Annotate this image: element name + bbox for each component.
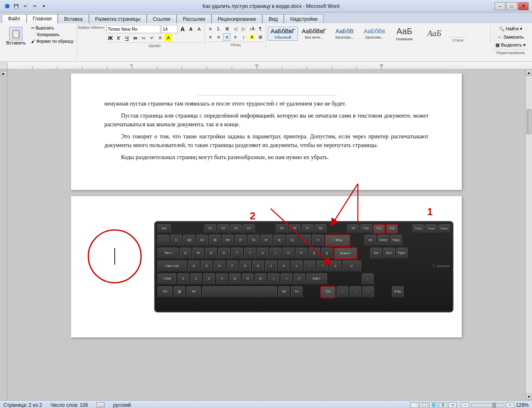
key-minus[interactable]: -_ [299,235,311,246]
key-insert[interactable]: Ins [365,235,376,246]
align-left-button[interactable]: ≡ [207,33,214,41]
spell-check-icon[interactable]: 📖 [96,402,105,408]
key-9[interactable]: 9( [273,235,285,246]
print-layout-view-button[interactable]: 📄 [410,402,419,408]
undo-icon[interactable]: ↩ [22,2,29,10]
key-f5[interactable]: F5 [276,224,288,233]
key-a[interactable]: A [188,261,200,272]
key-3[interactable]: 3# [196,235,208,246]
key-0[interactable]: 0) [286,235,298,246]
key-c[interactable]: C [203,273,215,285]
key-backslash[interactable]: \| [330,261,341,272]
font-shrink-button[interactable]: A [187,25,195,33]
shading-button[interactable]: A [248,33,256,41]
key-tab[interactable]: Tab⇥ [158,248,178,259]
select-button[interactable]: ▦ Выделить ▾ [493,41,529,49]
font-size-input[interactable] [161,25,178,33]
key-quote[interactable]: '" [317,261,328,272]
key-end[interactable]: End [383,248,395,259]
scroll-up-button[interactable]: ▲ [526,69,532,76]
scroll-area[interactable]: ........................................… [7,69,525,400]
highlight-button[interactable]: A [165,34,172,42]
paste-button[interactable]: 📋 Вставить [3,25,29,47]
line-spacing-button[interactable]: ↕ [240,33,247,41]
key-u[interactable]: U [257,248,268,259]
key-tilde[interactable]: `~ [158,235,169,246]
key-lbracket[interactable]: [{ [308,248,320,259]
key-shift-right[interactable]: Shift⇧ [306,273,327,285]
key-z[interactable]: Z [177,273,189,285]
key-f10[interactable]: F10 [360,224,372,233]
copy-button[interactable]: 📄 Копировать [30,32,75,38]
full-screen-view-button[interactable]: ⛶ [420,402,428,408]
key-left[interactable]: ← [337,286,348,298]
key-down[interactable]: ↓ [350,286,361,298]
key-semicolon[interactable]: ;: [304,261,315,272]
draft-view-button[interactable]: ≡ [448,402,457,408]
tab-references[interactable]: Ссылки [147,14,177,23]
borders-button[interactable]: ⊞ [256,33,264,41]
key-esc[interactable]: Esc [158,224,171,233]
key-d[interactable]: D [214,261,225,272]
tab-file[interactable]: Файл [2,14,27,23]
style-heading2[interactable]: АаБбВв Заголово... [360,27,389,41]
key-w[interactable]: W [192,248,204,259]
key-2[interactable]: 2@ [183,235,195,246]
align-right-button[interactable]: ≡ [223,33,231,41]
key-ctrl-left[interactable]: Ctrl [158,286,172,298]
zoom-out-button[interactable]: − [461,402,469,408]
key-8[interactable]: 8* [261,235,272,246]
align-center-button[interactable]: ≡ [215,33,222,41]
close-button[interactable]: ✕ [518,2,529,10]
subscript-button[interactable]: x₂ [140,34,147,42]
sort-button[interactable]: ↕A [248,25,256,32]
tab-mailings[interactable]: Рассылки [177,14,212,23]
bold-button[interactable]: Ж [106,34,114,42]
key-f4[interactable]: F4 [243,224,255,233]
key-delete[interactable]: Del [370,248,382,259]
style-no-spacing[interactable]: АаБбВвГ Без инте... [299,27,329,41]
tab-addins[interactable]: Надстройки [284,14,324,23]
key-f9[interactable]: F9 [347,224,359,233]
key-space[interactable] [202,286,277,298]
key-numenter[interactable]: Enter [392,286,404,298]
key-alt-right[interactable]: Alt [278,286,290,298]
vertical-scrollbar[interactable]: ▲ ▼ [525,69,532,400]
key-pgup[interactable]: PgUp [390,235,402,246]
key-f3[interactable]: F3 [230,224,242,233]
key-i[interactable]: I [270,248,281,259]
key-r[interactable]: R [218,248,230,259]
key-y[interactable]: Y [244,248,256,259]
key-right[interactable]: → [362,286,374,298]
expand-icon[interactable]: ▶ [1,71,7,76]
scroll-down-button[interactable]: ▼ [526,393,532,400]
zoom-slider[interactable] [471,403,504,407]
outline-view-button[interactable]: ☰ [439,402,447,408]
key-1[interactable]: 1! [170,235,182,246]
key-m[interactable]: M [255,273,266,285]
key-f6[interactable]: F6 [289,224,300,233]
key-f1[interactable]: F1 [204,224,216,233]
key-f[interactable]: F [227,261,238,272]
customize-qat-icon[interactable]: ▾ [40,2,47,10]
replace-button[interactable]: ↔ Заменить [493,33,529,41]
key-p[interactable]: P [296,248,307,259]
key-equals[interactable]: += [312,235,324,246]
key-7[interactable]: 7& [248,235,259,246]
key-f12[interactable]: F12 [386,224,398,233]
key-win[interactable]: ⊞ [174,286,185,298]
numbering-button[interactable]: 1. [215,25,222,32]
key-enter2[interactable]: ↵ [342,261,361,272]
font-color-button[interactable]: A [156,34,164,42]
justify-button[interactable]: ≡ [232,33,239,41]
style-normal[interactable]: АаБбВвГ Обычный [268,27,298,41]
multilevel-button[interactable]: ≣ [223,25,231,32]
key-s[interactable]: S [201,261,212,272]
increase-indent-button[interactable]: ▷ [240,25,247,32]
key-q[interactable]: Q [180,248,191,259]
key-4[interactable]: 4$ [209,235,221,246]
style-extra[interactable]: АаБ [420,27,449,40]
key-b[interactable]: B [229,273,241,285]
italic-button[interactable]: К [115,34,122,42]
key-comma[interactable]: ,< [268,273,279,285]
